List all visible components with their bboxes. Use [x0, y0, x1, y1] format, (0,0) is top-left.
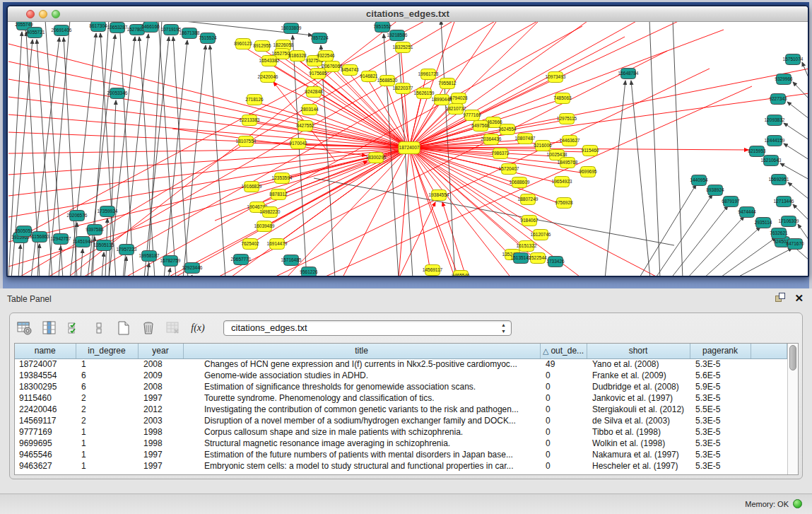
- cell-year[interactable]: 2012: [138, 404, 183, 415]
- cell-short[interactable]: Stergiakouli et al. (2012): [587, 404, 690, 415]
- cell-title[interactable]: Estimation of significance thresholds fo…: [183, 381, 540, 392]
- graph-node-9465546[interactable]: 9465546: [452, 271, 470, 277]
- table-row[interactable]: 1830029562008Estimation of significance …: [15, 381, 787, 392]
- cell-out_de[interactable]: 49: [540, 358, 587, 370]
- cell-name[interactable]: 18724007: [15, 358, 76, 370]
- citation-edge[interactable]: [168, 268, 170, 276]
- cell-name[interactable]: 9463627: [15, 460, 76, 472]
- graph-node-8617304[interactable]: 8617304: [89, 22, 107, 32]
- cell-year[interactable]: 2008: [138, 381, 183, 392]
- graph-node-16648784[interactable]: 16648784: [618, 69, 639, 79]
- graph-node-20053346[interactable]: 20053346: [107, 88, 128, 99]
- cell-name[interactable]: 18300295: [15, 381, 76, 392]
- graph-node-6497568[interactable]: 6497568: [471, 121, 490, 132]
- graph-node-19961728[interactable]: 19961728: [418, 69, 439, 80]
- citation-edge[interactable]: [119, 22, 134, 276]
- cell-year[interactable]: 1998: [138, 438, 183, 449]
- citation-edge[interactable]: [102, 252, 104, 276]
- graph-node-6216006[interactable]: 6216006: [534, 141, 552, 151]
- cell-short[interactable]: Wolkin et al. (1998): [587, 438, 690, 449]
- cell-pagerank[interactable]: 5.3E-5: [690, 438, 751, 449]
- citation-edge[interactable]: [655, 194, 712, 276]
- cell-out_de[interactable]: 0: [540, 392, 587, 404]
- column-header-pagerank[interactable]: pagerank: [690, 344, 751, 358]
- cell-title[interactable]: Changes of HCN gene expression and I(f) …: [183, 358, 540, 370]
- citation-edge[interactable]: [18, 245, 20, 276]
- cell-short[interactable]: Franke et al. (2009): [587, 370, 690, 381]
- graph-node-9170042[interactable]: 9170042: [289, 139, 307, 149]
- cell-in_degree[interactable]: 1: [76, 358, 138, 370]
- graph-node-9175685[interactable]: 9175685: [309, 69, 327, 79]
- citation-edge[interactable]: [793, 82, 808, 99]
- memory-ok-indicator[interactable]: [793, 499, 802, 508]
- graph-node-12942757[interactable]: 12942757: [51, 234, 71, 245]
- citation-edge[interactable]: [22, 238, 24, 276]
- graph-node-9756928[interactable]: 9756928: [555, 198, 573, 209]
- graph-node-9227343[interactable]: 9227343: [769, 94, 787, 105]
- graph-node-7515524[interactable]: 7515524: [199, 33, 217, 44]
- citation-edge[interactable]: [784, 123, 808, 140]
- citation-edge[interactable]: [441, 22, 455, 276]
- graph-node-9322546[interactable]: 9322546: [317, 51, 335, 62]
- zoom-window-button[interactable]: [52, 10, 60, 18]
- cell-out_de[interactable]: 0: [540, 415, 587, 426]
- cell-name[interactable]: 9777169: [15, 426, 76, 438]
- column-header-year[interactable]: year: [138, 344, 183, 358]
- graph-node-9397588[interactable]: 9397588: [86, 225, 104, 235]
- cell-pagerank[interactable]: 5.3E-5: [690, 460, 751, 472]
- table-row[interactable]: 969969511998Structural magnetic resonanc…: [15, 438, 787, 449]
- graph-node-8960123[interactable]: 8960123: [234, 39, 252, 49]
- citation-edge[interactable]: [91, 22, 109, 276]
- cell-pagerank[interactable]: 5.3E-5: [690, 392, 751, 404]
- citation-edge[interactable]: [798, 224, 808, 240]
- cell-title[interactable]: Tourette syndrome. Phenomenology and cla…: [183, 392, 540, 404]
- cell-name[interactable]: 9115460: [15, 392, 76, 404]
- graph-node-6794028[interactable]: 6794028: [449, 93, 468, 104]
- cell-title[interactable]: Structural magnetic resonance image aver…: [183, 438, 540, 449]
- graph-node-18807249[interactable]: 18807249: [518, 194, 539, 205]
- graph-node-18325251[interactable]: 18325251: [393, 42, 413, 53]
- graph-node-16210643[interactable]: 16210643: [761, 156, 782, 166]
- cell-out_de[interactable]: 0: [540, 460, 587, 472]
- table-row[interactable]: 977716911998Corpus callosum shape and si…: [15, 426, 787, 438]
- cell-pagerank[interactable]: 5.3E-5: [690, 426, 751, 438]
- hub-citation-edge[interactable]: [276, 148, 409, 196]
- graph-node-15751074[interactable]: 15751074: [783, 54, 804, 65]
- graph-node-18495768[interactable]: 18495768: [558, 158, 578, 168]
- graph-node-15692951[interactable]: 15692951: [769, 175, 789, 185]
- cell-out_de[interactable]: 0: [540, 370, 587, 381]
- graph-node-9184067[interactable]: 9184067: [520, 216, 539, 226]
- graph-node-10719195[interactable]: 10719195: [161, 25, 182, 35]
- cell-title[interactable]: Disruption of a novel member of a sodium…: [183, 415, 540, 426]
- graph-node-13505135[interactable]: 13505135: [94, 240, 114, 251]
- cell-pagerank[interactable]: 5.6E-5: [690, 370, 751, 381]
- graph-node-14569117[interactable]: 14569117: [423, 265, 443, 276]
- cell-year[interactable]: 2003: [138, 415, 183, 426]
- graph-node-18107554[interactable]: 18107554: [236, 136, 257, 147]
- delete-column-button[interactable]: [139, 319, 158, 337]
- cell-title[interactable]: Corpus callosum shape and size in male p…: [183, 426, 540, 438]
- graph-node-11156863[interactable]: 11156863: [30, 232, 49, 243]
- table-row[interactable]: 2242004622012Investigating the contribut…: [15, 404, 787, 415]
- citation-edge[interactable]: [399, 148, 409, 276]
- graph-node-14055721[interactable]: 14055721: [25, 28, 45, 38]
- citation-edge[interactable]: [172, 129, 366, 156]
- cell-in_degree[interactable]: 1: [76, 460, 138, 472]
- hub-citation-edge[interactable]: [409, 148, 560, 183]
- citation-edge[interactable]: [183, 45, 206, 276]
- graph-node-8215953[interactable]: 8215953: [748, 146, 766, 157]
- graph-node-10653287[interactable]: 10653287: [107, 23, 128, 33]
- graph-node-22420046[interactable]: 22420046: [258, 72, 278, 83]
- graph-node-17359924[interactable]: 17359924: [98, 206, 118, 217]
- citation-edge[interactable]: [8, 148, 409, 242]
- citation-edge[interactable]: [787, 102, 808, 119]
- graph-node-12213383[interactable]: 12213383: [240, 115, 260, 126]
- graph-node-9115460[interactable]: 9115460: [582, 146, 599, 156]
- graph-node-12923446[interactable]: 12923446: [182, 263, 203, 274]
- graph-node-8186328[interactable]: 8186328: [288, 51, 307, 62]
- citation-edge[interactable]: [314, 178, 674, 245]
- column-header-title[interactable]: title: [183, 344, 540, 358]
- network-window[interactable]: citations_edges.txt 18724007896012389129…: [6, 5, 809, 277]
- graph-node-7857224[interactable]: 7857224: [310, 33, 329, 44]
- column-header-short[interactable]: short: [587, 344, 690, 358]
